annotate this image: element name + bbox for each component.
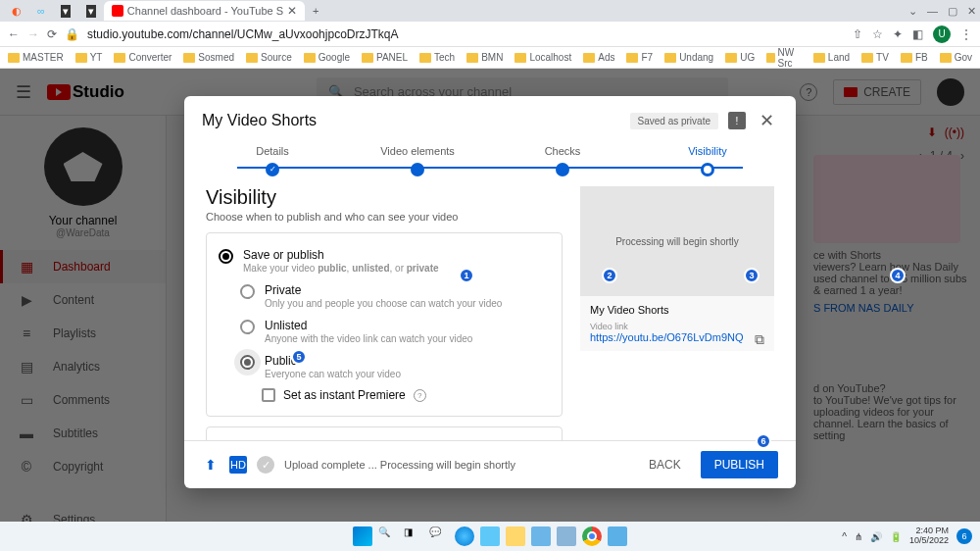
notepad-icon[interactable] [531, 526, 551, 546]
panel-icon[interactable]: ◧ [912, 27, 923, 41]
address-bar: ← → ⟳ 🔒 studio.youtube.com/channel/UCMw_… [0, 22, 980, 47]
browser-tab[interactable]: ∞ [29, 2, 53, 20]
menu-dots-icon[interactable]: ⋮ [960, 27, 972, 41]
radio-save-publish[interactable]: Save or publish Make your video public, … [219, 243, 550, 278]
help-icon[interactable]: ? [414, 389, 426, 402]
radio-icon [219, 249, 233, 264]
feedback-icon[interactable]: ! [728, 112, 746, 129]
chat-icon[interactable]: 💬 [429, 526, 449, 546]
step-video-elements[interactable]: Video elements [368, 145, 466, 176]
radio-unlisted[interactable]: UnlistedAnyone with the video link can w… [240, 314, 550, 349]
bookmark-item[interactable]: Source [246, 52, 292, 63]
upload-status: Upload complete ... Processing will begi… [284, 459, 515, 471]
bookmark-item[interactable]: Gov [940, 52, 972, 63]
taskbar-center: 🔍 ◨ 💬 [353, 526, 627, 546]
preview-meta: My Video Shorts Video link ⧉ https://you… [580, 296, 774, 351]
volume-icon[interactable]: 🔊 [870, 531, 882, 542]
video-link[interactable]: https://youtu.be/O676LvDm9NQ [590, 331, 764, 343]
youtube-icon [112, 5, 123, 17]
app-icon[interactable] [557, 526, 576, 546]
bookmark-item[interactable]: Tech [419, 52, 455, 63]
bookmark-item[interactable]: Localhost [514, 52, 571, 63]
url-field[interactable]: studio.youtube.com/channel/UCMw_aUvxoohj… [87, 27, 845, 41]
edge-icon[interactable] [455, 526, 474, 546]
bookmark-item[interactable]: BMN [466, 52, 503, 63]
profile-avatar[interactable]: U [933, 25, 951, 43]
maximize-icon[interactable]: ▢ [948, 5, 957, 18]
annotation-badge-3: 3 [744, 268, 760, 283]
bookmark-item[interactable]: NW Src [766, 47, 802, 69]
bookmark-item[interactable]: FB [901, 52, 928, 63]
bookmark-item[interactable]: Ads [583, 52, 614, 63]
nav-back-icon[interactable]: ← [8, 27, 20, 41]
bookmark-item[interactable]: Land [813, 52, 850, 63]
modal-footer: ⬆ HD ✓ Upload complete ... Processing wi… [184, 440, 796, 488]
browser-tab-active[interactable]: Channel dashboard - YouTube S ✕ [104, 1, 305, 21]
bookmark-item[interactable]: PANEL [362, 52, 408, 63]
bookmark-item[interactable]: TV [861, 52, 889, 63]
battery-icon[interactable]: 🔋 [890, 531, 902, 542]
lock-icon[interactable]: 🔒 [65, 27, 79, 41]
bookmark-item[interactable]: Converter [114, 52, 172, 63]
nav-forward-icon: → [27, 27, 39, 41]
radio-private[interactable]: PrivateOnly you and people you choose ca… [240, 278, 550, 314]
tab-title: Channel dashboard - YouTube S [127, 5, 283, 17]
bookmark-item[interactable]: UG [725, 52, 755, 63]
bookmark-item[interactable]: MASTER [8, 52, 64, 63]
section-subtitle: Choose when to publish and who can see y… [206, 211, 563, 223]
bookmark-item[interactable]: YT [75, 52, 103, 63]
notification-badge[interactable]: 6 [956, 528, 972, 544]
checkbox-premiere[interactable]: Set as instant Premiere ? [262, 384, 550, 406]
publish-button[interactable]: PUBLISH [701, 451, 778, 478]
chevron-up-icon[interactable]: ^ [842, 531, 847, 542]
schedule-card: Schedule [206, 426, 563, 440]
bookmark-item[interactable]: F7 [626, 52, 653, 63]
saved-badge: Saved as private [630, 113, 719, 129]
close-tab-icon[interactable]: ✕ [287, 4, 297, 18]
back-button[interactable]: BACK [639, 452, 691, 477]
copy-icon[interactable]: ⧉ [755, 331, 764, 348]
new-tab-button[interactable]: + [305, 2, 326, 20]
close-window-icon[interactable]: ✕ [967, 5, 976, 18]
radio-public[interactable]: PublicEveryone can watch your video 5 [240, 349, 550, 384]
clock[interactable]: 2:40 PM 10/5/2022 [909, 526, 949, 546]
start-icon[interactable] [353, 526, 372, 546]
bookmark-item[interactable]: Sosmed [183, 52, 234, 63]
modal-title: My Video Shorts [202, 112, 620, 129]
app-icon[interactable] [480, 526, 500, 546]
browser-tab[interactable]: ▾ [78, 2, 104, 21]
chevron-down-icon[interactable]: ⌄ [908, 5, 917, 18]
upload-icon: ⬆ [202, 456, 220, 474]
step-visibility[interactable]: Visibility [659, 145, 757, 176]
explorer-icon[interactable] [506, 526, 525, 546]
annotation-badge-6: 6 [756, 433, 771, 449]
annotation-badge-2: 2 [602, 268, 617, 283]
chrome-icon[interactable] [582, 526, 602, 546]
bookmark-item[interactable]: Google [304, 52, 350, 63]
task-view-icon[interactable]: ◨ [404, 526, 423, 546]
annotation-badge-1: 1 [459, 268, 474, 283]
browser-tab-strip: ◐ ∞ ▾ ▾ Channel dashboard - YouTube S ✕ … [0, 0, 980, 22]
folder-icon [8, 53, 20, 63]
star-icon[interactable]: ☆ [872, 27, 883, 41]
minimize-icon[interactable]: — [927, 5, 938, 18]
radio-icon [240, 320, 255, 334]
wifi-icon[interactable]: ⋔ [855, 531, 862, 542]
reload-icon[interactable]: ⟳ [47, 27, 57, 41]
search-icon[interactable]: 🔍 [378, 526, 398, 546]
close-icon[interactable]: ✕ [756, 110, 778, 131]
save-publish-card: Save or publish Make your video public, … [206, 232, 563, 417]
extensions-icon[interactable]: ✦ [893, 27, 903, 41]
hd-icon: HD [229, 456, 247, 474]
bookmarks-bar: MASTER YT Converter Sosmed Source Google… [0, 47, 980, 69]
bookmark-item[interactable]: Undang [664, 52, 713, 63]
windows-taskbar: 🔍 ◨ 💬 ^ ⋔ 🔊 🔋 2:40 PM 10/5/2022 6 [0, 522, 980, 551]
check-icon: ✓ [257, 456, 274, 474]
share-icon[interactable]: ⇧ [853, 27, 862, 41]
step-checks[interactable]: Checks [514, 145, 612, 176]
section-title: Visibility [206, 186, 563, 209]
browser-tab[interactable]: ▾ [53, 2, 78, 21]
app-icon[interactable] [608, 526, 627, 546]
step-details[interactable]: Details✓ [223, 145, 321, 176]
browser-tab[interactable]: ◐ [4, 2, 29, 21]
